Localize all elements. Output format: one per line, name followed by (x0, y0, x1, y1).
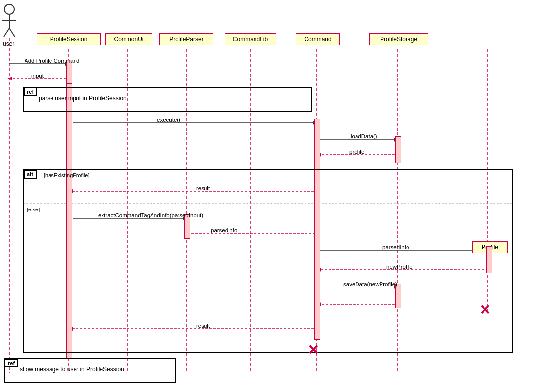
destroy-profile: ✕ (479, 303, 490, 317)
msg-parsedinfo1: parsedInfo (211, 227, 237, 233)
msg-loaddata: loadData() (351, 133, 377, 139)
msg-parsedinfo2: parsedInfo (382, 244, 409, 250)
lifeline-profileparser: ProfileParser (159, 33, 213, 45)
frame-alt-label: alt (24, 170, 37, 179)
frame-ref2-label: ref (4, 359, 18, 367)
frame-alt: alt [hasExistingProfile] [else] (23, 169, 513, 353)
svg-marker-15 (7, 77, 12, 80)
msg-profile: profile (349, 149, 364, 155)
diagram-container: user (0, 0, 535, 392)
msg-execute: execute() (157, 117, 180, 123)
msg-savedata: saveData(newProfile) (343, 281, 397, 287)
actor-label-user: user (3, 40, 14, 47)
msg-extract: extractCommandTagAndInfo(parsedInput) (98, 212, 203, 218)
svg-line-3 (9, 28, 15, 37)
msg-add-profile: Add Profile Command (25, 58, 80, 64)
activation-profilestorage-1 (395, 136, 401, 163)
destroy-command: ✕ (307, 343, 319, 357)
msg-result2: result (196, 323, 210, 329)
lifeline-commandlib: CommandLib (225, 33, 276, 45)
frame-ref1-content: parse user input in ProfileSession (39, 95, 127, 102)
lifeline-command: Command (296, 33, 340, 45)
frame-else-label: [else] (27, 207, 40, 212)
actor-head (4, 4, 15, 15)
actor-user (4, 4, 15, 15)
frame-ref1-label: ref (24, 87, 37, 96)
msg-input: input (31, 73, 44, 78)
lifeline-commonui: CommonUi (105, 33, 152, 45)
lifeline-profilesession: ProfileSession (37, 33, 101, 45)
frame-alt-condition: [hasExistingProfile] (44, 172, 90, 178)
msg-newprofile: newProfile (386, 264, 413, 270)
lifeline-profilestorage: ProfileStorage (369, 33, 428, 45)
frame-ref2: ref show message to user in ProfileSessi… (4, 358, 176, 383)
frame-ref1: ref parse user input in ProfileSession (23, 87, 312, 112)
alt-divider (24, 205, 512, 205)
svg-line-2 (4, 28, 9, 37)
msg-result1: result (196, 185, 210, 191)
frame-ref2-content: show message to user in ProfileSession (20, 366, 124, 373)
